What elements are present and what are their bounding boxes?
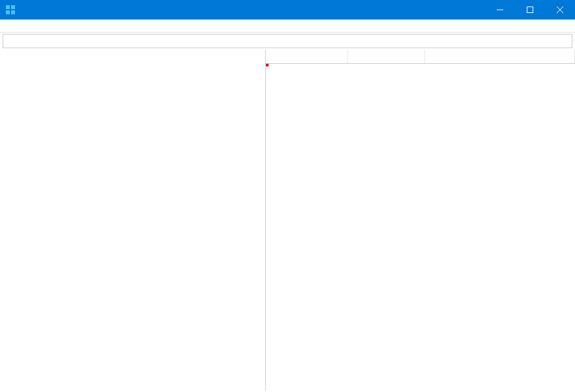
svg-rect-0	[6, 5, 10, 9]
svg-rect-2	[6, 10, 10, 14]
registry-tree-panel[interactable]	[0, 49, 266, 391]
minimize-button[interactable]	[485, 0, 515, 20]
maximize-button[interactable]	[515, 0, 545, 20]
window-controls	[485, 0, 575, 20]
content-area	[0, 49, 575, 391]
svg-rect-3	[11, 10, 15, 14]
menu-edit[interactable]	[13, 25, 23, 27]
menu-favorites[interactable]	[34, 25, 44, 27]
values-header	[266, 49, 575, 64]
column-header-data[interactable]	[425, 49, 575, 63]
menu-file[interactable]	[3, 25, 13, 27]
window-titlebar	[0, 0, 575, 20]
menu-help[interactable]	[44, 25, 55, 27]
svg-rect-1	[11, 5, 15, 9]
menu-view[interactable]	[23, 25, 34, 27]
menu-bar	[0, 20, 575, 33]
column-header-name[interactable]	[266, 49, 348, 63]
column-header-type[interactable]	[348, 49, 425, 63]
close-button[interactable]	[545, 0, 575, 20]
registry-values-panel[interactable]	[266, 49, 575, 391]
highlight-annotation	[266, 64, 269, 66]
regedit-icon	[5, 5, 16, 15]
svg-rect-5	[527, 7, 533, 13]
address-bar[interactable]	[3, 34, 572, 48]
